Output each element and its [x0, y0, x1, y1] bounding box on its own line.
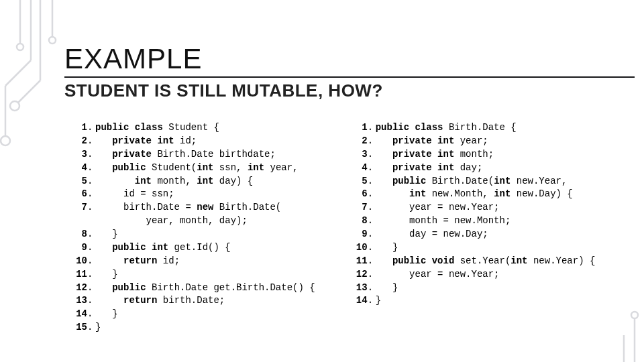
line-dot [87, 215, 95, 228]
line-body: } [376, 294, 381, 308]
line-body: year, month, day); [95, 215, 248, 228]
line-dot: . [87, 321, 95, 335]
line-number: 12 [64, 282, 87, 295]
line-dot: . [368, 215, 376, 228]
code-line: 2. private int id; [64, 135, 315, 148]
line-dot: . [87, 241, 95, 255]
code-line: 3. private int month; [345, 148, 596, 162]
line-number [64, 215, 87, 228]
line-body: private int day; [376, 162, 483, 175]
line-body: private Birth.Date birthdate; [95, 148, 276, 162]
slide-subtitle: STUDENT IS STILL MUTABLE, HOW? [64, 80, 617, 101]
line-body: private int id; [95, 135, 197, 148]
line-dot: . [87, 188, 95, 201]
line-dot: . [87, 135, 95, 148]
line-dot: . [368, 148, 376, 162]
line-body: public Birth.Date get.Birth.Date() { [95, 282, 315, 295]
line-dot: . [368, 255, 376, 268]
line-dot: . [87, 308, 95, 321]
line-number: 1 [64, 121, 87, 135]
code-line: 4. public Student(int ssn, int year, [64, 162, 315, 175]
line-body: year = new.Year; [376, 268, 500, 282]
line-number: 5 [345, 175, 368, 188]
line-dot: . [87, 175, 95, 188]
line-body: } [376, 282, 398, 295]
line-body: year = new.Year; [376, 201, 500, 215]
line-dot: . [368, 241, 376, 255]
code-line: 11. public void set.Year(int new.Year) { [345, 255, 596, 268]
line-number: 11 [64, 268, 87, 282]
line-dot: . [368, 175, 376, 188]
line-dot: . [368, 268, 376, 282]
line-number: 8 [64, 228, 87, 241]
code-line: 10. return id; [64, 255, 315, 268]
slide-title: EXAMPLE [64, 43, 617, 75]
line-dot: . [368, 228, 376, 241]
code-line: 9. day = new.Day; [345, 228, 596, 241]
line-body: } [95, 228, 118, 241]
code-line: 8. } [64, 228, 315, 241]
line-dot: . [87, 201, 95, 215]
line-body: private int year; [376, 135, 488, 148]
code-line: 14. } [64, 308, 315, 321]
line-dot: . [368, 135, 376, 148]
line-number: 12 [345, 268, 368, 282]
line-body: } [95, 321, 101, 335]
code-left: 1. public class Student {2. private int … [64, 121, 315, 335]
code-line: 5. int month, int day) { [64, 175, 315, 188]
line-body: return birth.Date; [95, 294, 225, 308]
code-line: 6. int new.Month, int new.Day) { [345, 188, 596, 201]
code-line: 1. public class Birth.Date { [345, 121, 596, 135]
line-number: 6 [345, 188, 368, 201]
line-dot: . [87, 148, 95, 162]
line-number: 14 [345, 294, 368, 308]
line-number: 7 [64, 201, 87, 215]
line-number: 2 [64, 135, 87, 148]
code-line: 15. } [64, 321, 315, 335]
line-body: public Student(int ssn, int year, [95, 162, 299, 175]
line-dot: . [368, 162, 376, 175]
line-body: day = new.Day; [376, 228, 488, 241]
line-dot: . [87, 162, 95, 175]
code-line: 11. } [64, 268, 315, 282]
code-line: 8. month = new.Month; [345, 215, 596, 228]
code-line: 9. public int get.Id() { [64, 241, 315, 255]
line-number: 14 [64, 308, 87, 321]
code-line: 13. return birth.Date; [64, 294, 315, 308]
code-columns: 1. public class Student {2. private int … [64, 121, 617, 335]
line-number: 2 [345, 135, 368, 148]
line-number: 10 [345, 241, 368, 255]
line-body: private int month; [376, 148, 494, 162]
line-number: 1 [345, 121, 368, 135]
line-dot: . [368, 121, 376, 135]
line-dot: . [87, 294, 95, 308]
code-line: 12. year = new.Year; [345, 268, 596, 282]
line-number: 4 [64, 162, 87, 175]
code-line: year, month, day); [64, 215, 315, 228]
line-body: month = new.Month; [376, 215, 511, 228]
line-number: 3 [345, 148, 368, 162]
line-dot: . [87, 228, 95, 241]
line-number: 9 [345, 228, 368, 241]
line-dot: . [368, 188, 376, 201]
code-line: 13. } [345, 282, 596, 295]
line-dot: . [87, 255, 95, 268]
line-body: public class Student { [95, 121, 219, 135]
code-line: 5. public Birth.Date(int new.Year, [345, 175, 596, 188]
line-dot: . [368, 294, 376, 308]
line-body: public int get.Id() { [95, 241, 231, 255]
line-body: } [95, 308, 118, 321]
line-number: 11 [345, 255, 368, 268]
line-body: public void set.Year(int new.Year) { [376, 255, 596, 268]
line-dot: . [87, 282, 95, 295]
line-body: public class Birth.Date { [376, 121, 517, 135]
code-line: 1. public class Student { [64, 121, 315, 135]
slide: EXAMPLE STUDENT IS STILL MUTABLE, HOW? 1… [0, 0, 644, 362]
line-body: int new.Month, int new.Day) { [376, 188, 573, 201]
line-body: } [376, 241, 398, 255]
code-line: 6. id = ssn; [64, 188, 315, 201]
code-line: 7. year = new.Year; [345, 201, 596, 215]
line-number: 10 [64, 255, 87, 268]
line-body: int month, int day) { [95, 175, 253, 188]
line-number: 9 [64, 241, 87, 255]
